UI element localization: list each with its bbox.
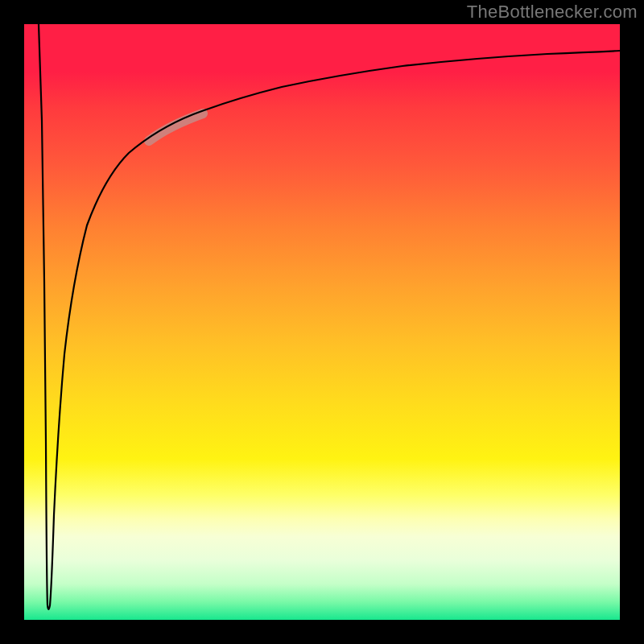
chart-stage: TheBottlenecker.com	[0, 0, 644, 644]
bottleneck-curve	[39, 24, 620, 609]
chart-svg	[24, 24, 620, 620]
watermark-text: TheBottlenecker.com	[467, 2, 638, 23]
curve-highlight-segment	[149, 114, 203, 141]
